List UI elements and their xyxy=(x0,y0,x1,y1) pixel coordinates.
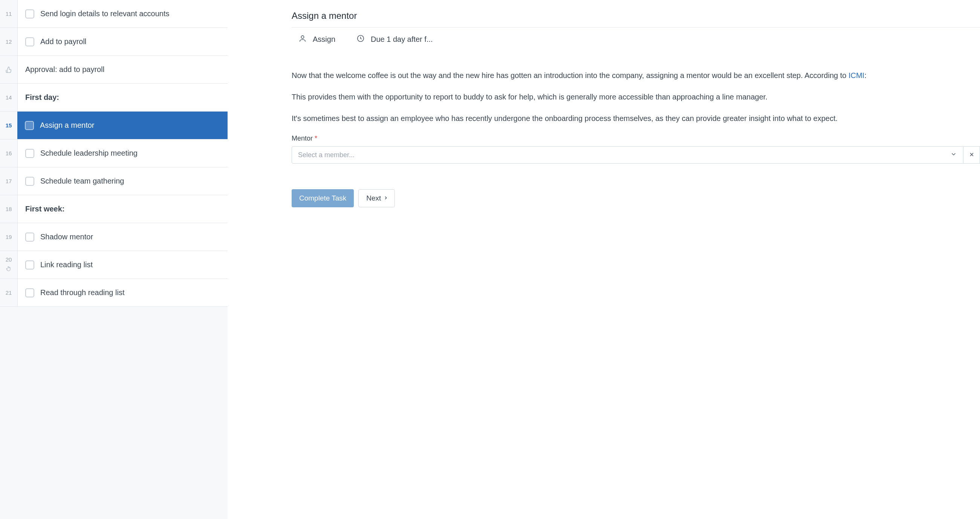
task-body: Add to payroll xyxy=(18,28,228,56)
task-label: Shadow mentor xyxy=(40,232,93,241)
task-checkbox[interactable] xyxy=(25,149,34,158)
clock-icon xyxy=(356,34,365,45)
meta-row: Assign Due 1 day after f... xyxy=(292,34,980,45)
task-number: 21 xyxy=(0,290,18,296)
task-row-active[interactable]: 15 Assign a mentor xyxy=(0,111,228,140)
task-label: Link reading list xyxy=(40,260,93,269)
clear-select-button[interactable] xyxy=(963,146,980,164)
task-row[interactable]: 19 Shadow mentor xyxy=(0,223,228,251)
chevron-right-icon xyxy=(383,194,388,202)
detail-content: Now that the welcome coffee is out the w… xyxy=(292,70,980,124)
section-heading-row[interactable]: 18 First week: xyxy=(0,195,228,223)
select-placeholder: Select a member... xyxy=(298,151,355,159)
text: Now that the welcome coffee is out the w… xyxy=(292,71,848,80)
task-body: First day: xyxy=(18,84,228,111)
task-number: 18 xyxy=(0,206,18,212)
task-label: Schedule team gathering xyxy=(40,177,124,185)
task-label: Schedule leadership meeting xyxy=(40,149,137,158)
text: : xyxy=(864,71,867,80)
detail-title: Assign a mentor xyxy=(292,11,980,27)
approval-row[interactable]: Approval: add to payroll xyxy=(0,56,228,84)
assign-meta[interactable]: Assign xyxy=(298,34,335,45)
task-number: 19 xyxy=(0,234,18,240)
task-checkbox[interactable] xyxy=(25,37,34,46)
next-button[interactable]: Next xyxy=(358,189,395,207)
label-text: Mentor xyxy=(292,135,315,142)
complete-task-button[interactable]: Complete Task xyxy=(292,189,354,207)
task-body: Link reading list xyxy=(18,251,228,279)
mentor-select-wrap: Select a member... xyxy=(292,146,980,164)
icmi-link[interactable]: ICMI xyxy=(848,71,864,80)
chevron-down-icon xyxy=(950,150,957,159)
task-number: 17 xyxy=(0,178,18,184)
detail-paragraph: It's sometimes best to assign an employe… xyxy=(292,113,980,124)
required-indicator: * xyxy=(315,135,317,142)
task-row[interactable]: 17 Schedule team gathering xyxy=(0,167,228,195)
mentor-select[interactable]: Select a member... xyxy=(292,146,963,164)
detail-paragraph: Now that the welcome coffee is out the w… xyxy=(292,70,980,81)
task-sidebar: 11 Send login details to relevant accoun… xyxy=(0,0,228,519)
due-meta[interactable]: Due 1 day after f... xyxy=(356,34,433,45)
task-label: Send login details to relevant accounts xyxy=(40,10,169,18)
mentor-field-label: Mentor * xyxy=(292,135,980,142)
task-body: Send login details to relevant accounts xyxy=(18,0,228,27)
action-buttons: Complete Task Next xyxy=(292,189,980,207)
task-row[interactable]: 11 Send login details to relevant accoun… xyxy=(0,0,228,28)
task-number: 20 xyxy=(6,256,12,263)
next-label: Next xyxy=(366,194,381,202)
task-row[interactable]: 21 Read through reading list xyxy=(0,279,228,307)
task-body: Assign a mentor xyxy=(18,111,228,139)
thumbs-up-icon xyxy=(0,66,18,73)
task-checkbox[interactable] xyxy=(25,260,34,269)
task-body: Schedule leadership meeting xyxy=(18,140,228,167)
section-heading: First day: xyxy=(25,93,59,102)
task-number: 14 xyxy=(0,94,18,100)
task-row[interactable]: 20 Link reading list xyxy=(0,251,228,279)
task-checkbox[interactable] xyxy=(25,232,34,242)
task-body: Approval: add to payroll xyxy=(18,56,228,83)
person-icon xyxy=(298,34,307,45)
close-icon xyxy=(969,150,975,159)
task-number: 16 xyxy=(0,150,18,156)
task-checkbox[interactable] xyxy=(25,10,34,19)
section-heading: First week: xyxy=(25,205,64,213)
task-body: First week: xyxy=(18,195,228,223)
task-number: 15 xyxy=(0,122,18,129)
svg-point-0 xyxy=(301,36,304,38)
task-checkbox[interactable] xyxy=(25,288,34,298)
task-label: Assign a mentor xyxy=(40,121,95,130)
assign-label: Assign xyxy=(313,35,335,44)
task-row[interactable]: 12 Add to payroll xyxy=(0,28,228,56)
divider xyxy=(292,27,980,27)
task-body: Schedule team gathering xyxy=(18,167,228,195)
task-checkbox[interactable] xyxy=(25,177,34,186)
due-label: Due 1 day after f... xyxy=(371,35,433,44)
hand-icon xyxy=(6,264,12,273)
detail-paragraph: This provides them with the opportunity … xyxy=(292,92,980,102)
task-label: Add to payroll xyxy=(40,37,86,46)
task-number: 12 xyxy=(0,38,18,45)
task-body: Shadow mentor xyxy=(18,223,228,251)
task-checkbox[interactable] xyxy=(25,121,34,130)
task-detail-panel: Assign a mentor Assign Due 1 day after f… xyxy=(228,0,980,519)
task-number-with-hand: 20 xyxy=(0,256,18,273)
task-body: Read through reading list xyxy=(18,279,228,306)
task-label: Read through reading list xyxy=(40,288,124,297)
task-row[interactable]: 16 Schedule leadership meeting xyxy=(0,140,228,167)
task-number: 11 xyxy=(0,11,18,17)
task-label: Approval: add to payroll xyxy=(25,65,104,74)
section-heading-row[interactable]: 14 First day: xyxy=(0,84,228,111)
